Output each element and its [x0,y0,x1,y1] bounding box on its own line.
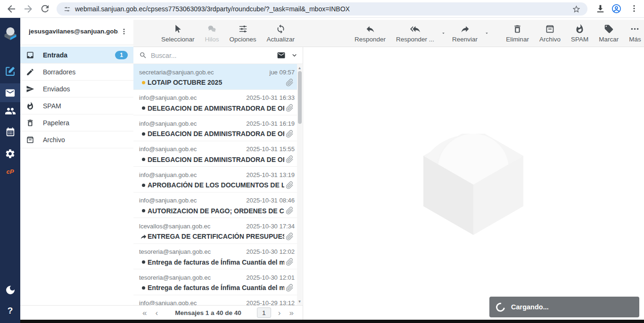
message-count-summary: Mensajes 1 a 40 de 40 [162,309,254,316]
forward-button[interactable]: Reenviar [447,20,483,47]
folder-item-archive[interactable]: Archivo [20,131,133,148]
last-page-button[interactable]: » [285,309,298,317]
unread-dot-icon[interactable] [139,106,148,110]
mail-toolbar: Seleccionar Hilos Opciones Actualizar Re… [133,20,644,47]
message-row[interactable]: info@sanjuan.gob.ec2025-10-31 16:19 DELE… [133,115,297,141]
unread-dot-icon[interactable] [139,184,148,187]
reply-all-button[interactable]: Responder ... [391,20,439,47]
browser-reload-button[interactable] [40,3,51,15]
message-actions-group: Responder Responder ... Reenviar Elimina… [349,20,644,47]
search-input[interactable] [151,52,277,59]
browser-toolbar: webmail.sanjuan.gob.ec/cpsess7753063093/… [0,0,644,18]
message-row[interactable]: info@sanjuan.gob.ec2025-10-31 15:55 DELE… [133,141,297,167]
message-sender: info@sanjuan.gob.ec [139,145,242,153]
refresh-button[interactable]: Actualizar [262,20,300,47]
account-header: jesusgavilanes@sanjuan.gob.... [20,18,133,45]
message-row[interactable]: info@sanjuan.gob.ec2025-10-29 13:12 [133,295,297,306]
folder-list: Entrada 1 Borradores Enviados SPAM Papel… [20,47,133,148]
unread-dot-icon[interactable] [139,158,148,161]
browser-menu-kebab[interactable] [629,3,640,15]
threads-button[interactable]: Hilos [200,20,224,47]
folder-item-sent[interactable]: Enviados [20,81,133,97]
calendar-nav-button[interactable] [0,122,20,141]
message-row[interactable]: tesoreria@sanjuan.gob.ec2025-10-30 12:02… [133,244,297,270]
mail-nav-button[interactable] [0,83,20,102]
browser-forward-button[interactable] [23,3,34,15]
download-button[interactable] [595,3,606,15]
folder-label: Entrada [43,51,115,59]
page-number-input[interactable] [257,307,271,318]
logout-button[interactable] [0,321,20,323]
message-sender: info@sanjuan.gob.ec [139,299,242,305]
compose-button[interactable] [0,62,20,81]
dark-mode-button[interactable] [0,281,20,299]
search-options-chevron-icon[interactable] [290,51,298,59]
roundcube-logo-icon [3,26,17,40]
attachment-paperclip-icon [284,284,295,292]
cpanel-nav-button[interactable]: cP [0,162,20,181]
url-bar[interactable]: webmail.sanjuan.gob.ec/cpsess7753063093/… [57,2,587,16]
message-row[interactable]: info@sanjuan.gob.ec2025-10-31 08:46 AUTO… [133,193,297,218]
attachment-paperclip-icon [284,207,295,215]
contacts-nav-button[interactable] [0,102,20,121]
scrollbar-up-arrow[interactable]: ▲ [297,65,302,71]
attachment-paperclip-icon [284,258,295,266]
browser-back-button[interactable] [6,3,17,15]
folder-item-trash[interactable]: Papelera [20,114,133,131]
next-page-button[interactable]: › [274,309,285,317]
list-scrollbar[interactable]: ▲ ▼ [297,64,302,305]
scrollbar-thumb[interactable] [298,71,302,124]
sidebar-bottom-bar [20,305,133,320]
message-sender: secretaria@sanjuan.gob.ec [139,69,266,76]
help-button[interactable]: ? [0,301,20,320]
options-button[interactable]: Opciones [224,20,262,47]
roundcube-watermark [423,134,523,235]
folder-item-inbox[interactable]: Entrada 1 [20,47,133,64]
folder-item-spam[interactable]: SPAM [20,97,133,114]
cursor-icon [173,24,183,34]
gear-icon [5,148,16,159]
attachment-paperclip-icon [284,130,295,138]
message-row[interactable]: secretaria@sanjuan.gob.ecjue 09:57 LOTAI… [133,64,297,90]
delete-button[interactable]: Eliminar [501,20,534,47]
more-button[interactable]: Más [624,20,644,47]
message-row[interactable]: info@sanjuan.gob.ec2025-10-31 16:33 DELE… [133,90,297,116]
profile-button[interactable] [611,3,622,15]
paper-plane-icon [26,85,34,93]
flagged-dot-icon[interactable] [139,81,148,84]
select-button[interactable]: Seleccionar [156,20,200,47]
spam-button[interactable]: SPAM [566,20,594,47]
unread-dot-icon[interactable] [139,286,148,290]
folder-label: Enviados [43,85,128,93]
forward-dropdown-caret[interactable] [483,20,490,47]
settings-nav-button[interactable] [0,144,20,163]
bookmark-star-icon[interactable] [572,5,581,14]
message-date: 2025-10-30 12:02 [246,248,295,255]
unread-dot-icon[interactable] [139,132,148,136]
attachment-paperclip-icon [284,79,295,87]
forward-icon [460,24,470,34]
first-page-button[interactable]: « [138,309,151,317]
search-scope-mail-icon[interactable] [277,51,286,60]
account-menu-kebab[interactable] [118,26,130,37]
site-settings-icon[interactable] [63,5,71,13]
prev-page-button[interactable]: ‹ [151,309,162,317]
folder-item-drafts[interactable]: Borradores [20,64,133,81]
url-text[interactable]: webmail.sanjuan.gob.ec/cpsess7753063093/… [75,5,572,13]
message-row[interactable]: lcevallos@sanjuan.gob.ec2025-10-30 17:34… [133,218,297,244]
trash-icon [26,119,34,127]
message-subject: Entrega de facturas de Ínfima Cuantía de… [148,258,284,266]
message-row[interactable]: info@sanjuan.gob.ec2025-10-31 13:19 APRO… [133,167,297,193]
archive-button[interactable]: Archivo [534,20,566,47]
unread-dot-icon[interactable] [139,209,148,212]
message-row[interactable]: tesoreria@sanjuan.gob.ec2025-10-30 12:01… [133,269,297,295]
fire-icon [575,24,585,34]
list-actions-group: Seleccionar Hilos Opciones Actualizar [156,20,300,47]
mark-button[interactable]: Marcar [594,20,624,47]
unread-dot-icon[interactable] [139,260,148,264]
reply-button[interactable]: Responder [349,20,391,47]
scrollbar-down-arrow[interactable]: ▼ [297,299,302,304]
search-bar [133,47,303,64]
pencil-icon [26,68,34,76]
reply-all-dropdown-caret[interactable] [439,20,447,47]
